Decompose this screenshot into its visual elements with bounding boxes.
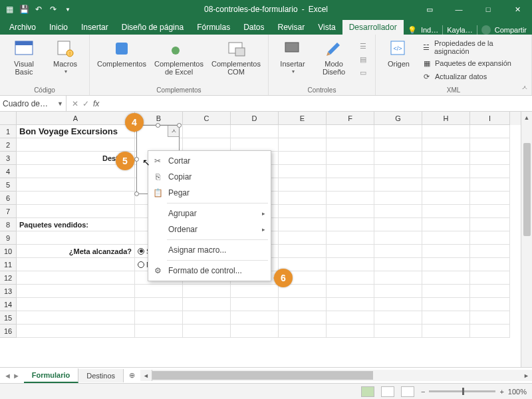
cell-D2[interactable] <box>231 138 279 152</box>
row-header-8[interactable]: 8 <box>0 218 17 231</box>
scroll-up-button[interactable]: ▲ <box>521 112 532 123</box>
cell-A7[interactable] <box>17 205 135 218</box>
cell-F3[interactable] <box>327 152 374 165</box>
cell-B15[interactable] <box>135 311 183 325</box>
cell-E6[interactable] <box>279 192 327 205</box>
row-header-4[interactable]: 4 <box>0 165 17 178</box>
cell-G9[interactable] <box>374 231 422 245</box>
cell-I8[interactable] <box>470 218 510 231</box>
xml-source-button[interactable]: </> Origen <box>381 37 416 68</box>
ctx-order[interactable]: Ordenar▸ <box>148 221 271 237</box>
col-header-A[interactable]: A <box>17 112 135 125</box>
resize-handle[interactable] <box>177 123 182 128</box>
cell-G10[interactable] <box>374 245 422 258</box>
cell-A9[interactable] <box>17 231 135 245</box>
cell-C2[interactable] <box>183 138 231 152</box>
zoom-out-button[interactable]: − <box>421 388 425 396</box>
tab-diseno[interactable]: Diseño de página <box>115 20 190 35</box>
maximize-button[interactable]: □ <box>473 0 503 19</box>
cell-A11[interactable] <box>17 258 135 271</box>
sheet-nav-prev[interactable]: ◄ <box>4 372 11 380</box>
view-normal-icon[interactable] <box>361 386 374 397</box>
com-addins-button[interactable]: Complementos COM <box>209 37 263 76</box>
cell-C14[interactable] <box>183 298 231 311</box>
share-button[interactable]: Compartir <box>495 26 527 34</box>
add-sheet-button[interactable]: ⊕ <box>124 368 140 382</box>
horizontal-scrollbar[interactable]: ◄ ► <box>140 370 532 381</box>
cell-E9[interactable] <box>279 231 327 245</box>
row-header-10[interactable]: 10 <box>0 245 17 258</box>
cell-G3[interactable] <box>374 152 422 165</box>
excel-addins-button[interactable]: Complementos de Excel <box>152 37 205 76</box>
cell-H5[interactable] <box>422 178 470 192</box>
cell-I1[interactable] <box>470 125 510 138</box>
cell-I6[interactable] <box>470 192 510 205</box>
col-header-G[interactable]: G <box>374 112 422 125</box>
tab-insertar[interactable]: Insertar <box>74 20 115 35</box>
cell-I13[interactable] <box>470 285 510 298</box>
row-header-3[interactable]: 3 <box>0 152 17 165</box>
hscroll-track[interactable] <box>152 370 521 381</box>
combo-dropdown-button[interactable]: ㅅ <box>168 126 179 137</box>
cell-I15[interactable] <box>470 311 510 325</box>
tab-inicio[interactable]: Inicio <box>43 20 74 35</box>
cell-I16[interactable] <box>470 325 510 338</box>
row-header-5[interactable]: 5 <box>0 178 17 192</box>
cell-G2[interactable] <box>374 138 422 152</box>
cell-B14[interactable] <box>135 298 183 311</box>
resize-handle[interactable] <box>134 192 139 196</box>
ctx-cut[interactable]: ✂Cortar <box>148 153 271 169</box>
cell-C16[interactable] <box>183 325 231 338</box>
cell-I3[interactable] <box>470 152 510 165</box>
design-mode-button[interactable]: Modo Diseño <box>315 37 352 76</box>
ctx-assign-macro[interactable]: Asignar macro... <box>148 242 271 258</box>
cell-F12[interactable] <box>327 271 374 285</box>
row-header-7[interactable]: 7 <box>0 205 17 218</box>
row-header-2[interactable]: 2 <box>0 138 17 152</box>
cell-E3[interactable] <box>279 152 327 165</box>
save-icon[interactable]: 💾 <box>20 5 28 13</box>
resize-handle[interactable] <box>156 123 160 128</box>
cell-G1[interactable] <box>374 125 422 138</box>
row-header-6[interactable]: 6 <box>0 192 17 205</box>
cell-H12[interactable] <box>422 271 470 285</box>
cell-H10[interactable] <box>422 245 470 258</box>
cell-H15[interactable] <box>422 311 470 325</box>
cell-G4[interactable] <box>374 165 422 178</box>
cell-B13[interactable] <box>135 285 183 298</box>
tell-me[interactable]: Ind… <box>421 26 438 34</box>
cell-H6[interactable] <box>422 192 470 205</box>
cell-H2[interactable] <box>422 138 470 152</box>
cell-G11[interactable] <box>374 258 422 271</box>
cell-F8[interactable] <box>327 218 374 231</box>
cell-B16[interactable] <box>135 325 183 338</box>
cell-A12[interactable] <box>17 271 135 285</box>
ctx-paste[interactable]: 📋Pegar <box>148 185 271 201</box>
cell-I12[interactable] <box>470 271 510 285</box>
cell-E7[interactable] <box>279 205 327 218</box>
cell-A5[interactable] <box>17 178 135 192</box>
minimize-button[interactable]: — <box>444 0 473 19</box>
cell-E1[interactable] <box>279 125 327 138</box>
cell-H8[interactable] <box>422 218 470 231</box>
cell-H3[interactable] <box>422 152 470 165</box>
zoom-slider[interactable] <box>429 390 495 392</box>
cell-I10[interactable] <box>470 245 510 258</box>
cell-F1[interactable] <box>327 125 374 138</box>
cell-H13[interactable] <box>422 285 470 298</box>
enter-formula-icon[interactable]: ✓ <box>82 99 89 108</box>
zoom-in-button[interactable]: + <box>499 388 503 396</box>
cell-H14[interactable] <box>422 298 470 311</box>
row-header-11[interactable]: 11 <box>0 258 17 271</box>
cell-D15[interactable] <box>231 311 279 325</box>
name-box[interactable]: Cuadro de…▼ <box>0 96 66 111</box>
visual-basic-button[interactable]: Visual Basic <box>5 37 43 76</box>
ctx-copy[interactable]: ⎘Copiar <box>148 169 271 185</box>
cell-G7[interactable] <box>374 205 422 218</box>
cell-G14[interactable] <box>374 298 422 311</box>
addins-button[interactable]: Complementos <box>95 37 148 68</box>
cell-I9[interactable] <box>470 231 510 245</box>
cell-I14[interactable] <box>470 298 510 311</box>
cell-I4[interactable] <box>470 165 510 178</box>
cell-F13[interactable] <box>327 285 374 298</box>
